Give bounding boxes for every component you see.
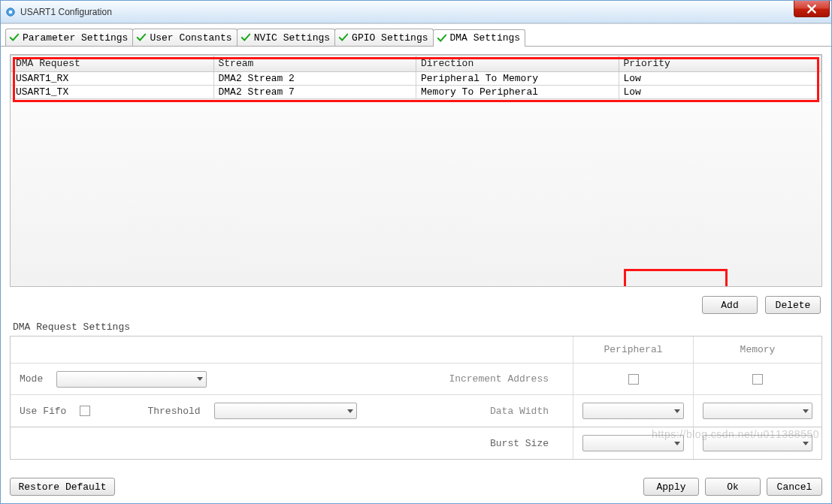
empty-cell <box>11 337 573 364</box>
chevron-down-icon <box>347 409 353 413</box>
dma-panel: DMA Request Stream Direction Priority US… <box>1 47 831 469</box>
memory-width-cell <box>694 395 821 427</box>
cancel-button[interactable]: Cancel <box>767 478 822 496</box>
tab-dma-settings[interactable]: DMA Settings <box>433 29 526 47</box>
highlight-add-button <box>624 269 728 287</box>
peripheral-burst-combo[interactable] <box>582 435 684 451</box>
check-icon <box>241 32 251 43</box>
svg-point-1 <box>9 10 12 13</box>
burst-row-box: Burst Size <box>10 427 822 460</box>
app-icon <box>5 7 16 17</box>
tab-label: DMA Settings <box>450 32 521 44</box>
table-row[interactable]: USART1_RX DMA2 Stream 2 Peripheral To Me… <box>11 72 821 86</box>
titlebar: USART1 Configuration <box>1 1 831 23</box>
peripheral-burst-cell <box>573 427 694 459</box>
dma-table: DMA Request Stream Direction Priority US… <box>11 55 821 99</box>
mode-label: Mode <box>20 373 43 385</box>
cell-req: USART1_RX <box>11 72 214 86</box>
chevron-down-icon <box>803 442 809 445</box>
use-fifo-checkbox[interactable] <box>80 406 90 416</box>
data-width-label: Data Width <box>490 406 549 417</box>
close-icon <box>806 4 817 14</box>
threshold-label: Threshold <box>147 406 200 417</box>
tab-parameter-settings[interactable]: Parameter Settings <box>5 29 133 46</box>
memory-burst-cell <box>694 427 821 459</box>
table-header-row: DMA Request Stream Direction Priority <box>11 56 821 72</box>
delete-button[interactable]: Delete <box>765 296 821 314</box>
memory-data-width-combo[interactable] <box>703 403 812 419</box>
chevron-down-icon <box>197 377 203 381</box>
col-dma-request[interactable]: DMA Request <box>11 56 214 72</box>
close-button[interactable] <box>794 1 830 17</box>
fifo-row: Use Fifo Threshold Data Width <box>11 395 573 427</box>
burst-row: Burst Size <box>11 427 573 459</box>
tab-nvic-settings[interactable]: NVIC Settings <box>237 29 335 46</box>
cell-dir: Peripheral To Memory <box>416 72 619 86</box>
tab-label: Parameter Settings <box>23 32 128 44</box>
peripheral-width-cell <box>573 395 694 427</box>
check-icon <box>9 32 20 43</box>
mode-row: Mode Increment Address <box>11 364 573 395</box>
chevron-down-icon <box>674 409 680 413</box>
restore-default-button[interactable]: Restore Default <box>10 478 115 496</box>
apply-button[interactable]: Apply <box>643 478 699 496</box>
use-fifo-label: Use Fifo <box>20 406 66 417</box>
cell-stream: DMA2 Stream 2 <box>213 72 416 86</box>
cell-dir: Memory To Peripheral <box>416 86 619 99</box>
table-button-row: Add Delete <box>10 287 822 318</box>
check-icon <box>338 32 349 43</box>
chevron-down-icon <box>803 409 809 413</box>
content: Parameter Settings User Constants NVIC S… <box>1 23 831 503</box>
cell-prio: Low <box>619 72 821 86</box>
cell-req: USART1_TX <box>11 86 214 99</box>
col-priority[interactable]: Priority <box>619 56 821 72</box>
window-title: USART1 Configuration <box>20 7 112 17</box>
tab-user-constants[interactable]: User Constants <box>132 29 237 46</box>
peripheral-inc-checkbox[interactable] <box>628 374 639 385</box>
threshold-combo[interactable] <box>214 403 357 419</box>
bottom-bar: Restore Default Apply Ok Cancel <box>1 469 831 503</box>
mode-combo[interactable] <box>56 371 207 388</box>
tab-label: NVIC Settings <box>254 32 330 44</box>
cell-stream: DMA2 Stream 7 <box>213 86 416 99</box>
peripheral-data-width-combo[interactable] <box>582 403 684 419</box>
add-button[interactable]: Add <box>702 296 758 314</box>
burst-size-label: Burst Size <box>490 438 549 449</box>
table-row[interactable]: USART1_TX DMA2 Stream 7 Memory To Periph… <box>11 86 821 99</box>
dma-request-settings: Peripheral Memory Mode Increment Address… <box>10 336 822 427</box>
tab-gpio-settings[interactable]: GPIO Settings <box>334 29 433 46</box>
check-icon <box>136 32 147 43</box>
ok-button[interactable]: Ok <box>705 478 761 496</box>
col-direction[interactable]: Direction <box>416 56 619 72</box>
window: USART1 Configuration Parameter Settings … <box>0 0 832 504</box>
tab-label: GPIO Settings <box>352 32 428 44</box>
memory-inc-checkbox-cell <box>694 364 821 395</box>
cell-prio: Low <box>619 86 821 99</box>
peripheral-header: Peripheral <box>573 337 694 364</box>
chevron-down-icon <box>674 442 680 445</box>
dma-request-settings-label: DMA Request Settings <box>10 318 822 336</box>
memory-inc-checkbox[interactable] <box>752 374 763 385</box>
increment-address-label: Increment Address <box>449 373 549 385</box>
check-icon <box>437 33 447 44</box>
tab-label: User Constants <box>150 32 231 44</box>
dma-table-area: DMA Request Stream Direction Priority US… <box>10 54 822 287</box>
memory-header: Memory <box>694 337 821 364</box>
tab-bar: Parameter Settings User Constants NVIC S… <box>1 24 831 47</box>
peripheral-inc-checkbox-cell <box>573 364 694 395</box>
memory-burst-combo[interactable] <box>703 435 812 451</box>
col-stream[interactable]: Stream <box>213 56 416 72</box>
